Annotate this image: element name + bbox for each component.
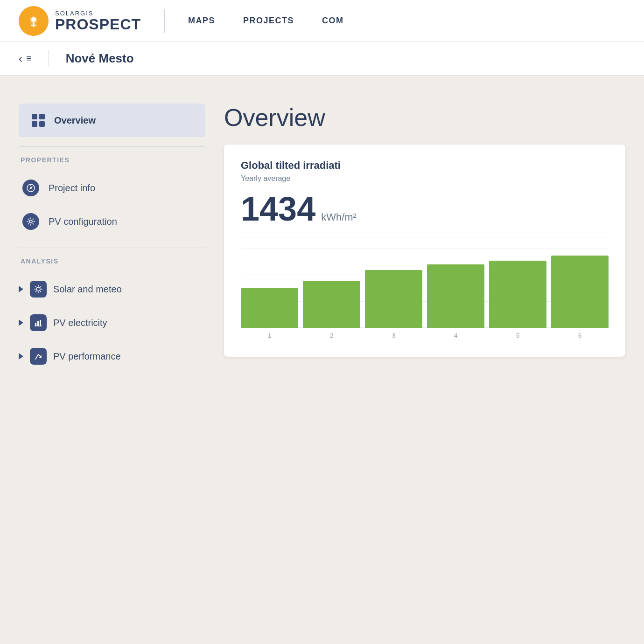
chart-bar-wrapper: 6 xyxy=(551,249,609,328)
nav-items: MAPS PROJECTS COM xyxy=(188,16,344,26)
nav-item-projects[interactable]: PROJECTS xyxy=(243,16,294,26)
nav-item-com[interactable]: COM xyxy=(322,16,344,26)
breadcrumb-separator xyxy=(49,50,49,67)
expand-arrow-icon xyxy=(19,286,23,292)
sidebar-solar-meteo-label: Solar and meteo xyxy=(53,284,122,295)
navbar: SOLARGIS PROSPECT MAPS PROJECTS COM xyxy=(0,0,644,42)
chart-bar-label: 5 xyxy=(516,332,519,339)
card-title: Global tilted irradiati xyxy=(241,159,609,172)
chart-bar-wrapper: 5 xyxy=(489,249,546,328)
overview-grid-icon xyxy=(32,114,45,127)
sidebar-pv-config-label: PV configuration xyxy=(49,216,117,227)
menu-icon: ≡ xyxy=(26,53,32,64)
chart-bar-label: 1 xyxy=(268,332,271,339)
breadcrumb-bar: ‹ ≡ Nové Mesto xyxy=(0,42,644,76)
sidebar-item-solar-meteo[interactable]: Solar and meteo xyxy=(19,272,205,306)
card-unit: kWh/m² xyxy=(321,211,357,223)
page-title: Overview xyxy=(224,104,625,132)
chart-bar xyxy=(427,264,484,328)
chart-bar-label: 2 xyxy=(330,332,333,339)
svg-rect-7 xyxy=(37,321,39,326)
svg-rect-6 xyxy=(35,323,36,326)
sidebar-item-pv-electricity[interactable]: PV electricity xyxy=(19,306,205,339)
sidebar-overview-label: Overview xyxy=(54,115,96,126)
sidebar-divider-1 xyxy=(19,146,205,147)
chart-bar-wrapper: 1 xyxy=(241,249,298,328)
logo-area: SOLARGIS PROSPECT xyxy=(19,6,141,36)
navbar-divider xyxy=(164,9,165,33)
chevron-left-icon: ‹ xyxy=(19,52,22,65)
main-content: Overview PROPERTIES Project info xyxy=(0,85,644,373)
gear-icon xyxy=(22,213,39,230)
sidebar: Overview PROPERTIES Project info xyxy=(19,104,205,373)
sidebar-pv-electricity-label: PV electricity xyxy=(53,318,107,328)
chart-bar xyxy=(551,256,609,328)
breadcrumb-title: Nové Mesto xyxy=(66,51,134,66)
card-number: 1434 xyxy=(241,192,315,226)
sidebar-pv-performance-label: PV performance xyxy=(53,351,121,362)
expand-arrow-icon-3 xyxy=(19,353,23,360)
chart-bar xyxy=(303,281,360,328)
sidebar-properties-section: PROPERTIES xyxy=(19,156,205,164)
expand-arrow-icon-2 xyxy=(19,319,23,326)
main-panel: Overview Global tilted irradiati Yearly … xyxy=(224,104,625,373)
svg-point-4 xyxy=(29,220,32,223)
sidebar-item-overview[interactable]: Overview xyxy=(19,104,205,137)
card-subtitle: Yearly average xyxy=(241,174,609,183)
sidebar-project-info-label: Project info xyxy=(49,183,95,194)
sidebar-item-project-info[interactable]: Project info xyxy=(19,171,205,205)
svg-point-5 xyxy=(36,287,40,291)
logo-icon xyxy=(19,6,49,36)
chart-bar-wrapper: 4 xyxy=(427,249,484,328)
arrow-up-icon xyxy=(30,348,47,365)
chart-bar-label: 6 xyxy=(578,332,581,339)
chart-bar-wrapper: 2 xyxy=(303,249,360,328)
card-divider xyxy=(241,237,609,237)
chart-bar-wrapper: 3 xyxy=(365,249,422,328)
chart-bar xyxy=(365,270,422,328)
chart-bar xyxy=(489,261,546,328)
chart-bar-label: 4 xyxy=(454,332,457,339)
sidebar-analysis-section: ANALYSIS xyxy=(19,257,205,265)
brand-text: SOLARGIS PROSPECT xyxy=(55,10,141,32)
sun-icon xyxy=(30,281,47,298)
sidebar-item-pv-performance[interactable]: PV performance xyxy=(19,339,205,373)
compass-icon xyxy=(22,180,39,196)
sidebar-divider-2 xyxy=(19,248,205,248)
breadcrumb-back[interactable]: ‹ ≡ xyxy=(19,52,32,65)
svg-rect-8 xyxy=(40,320,41,326)
sidebar-item-pv-config[interactable]: PV configuration xyxy=(19,205,205,238)
irradiation-card: Global tilted irradiati Yearly average 1… xyxy=(224,145,625,357)
chart-bar-icon xyxy=(30,314,47,331)
bar-chart: 123456 xyxy=(241,249,609,342)
chart-bar-label: 3 xyxy=(392,332,395,339)
brand-prospect: PROSPECT xyxy=(55,17,141,32)
nav-item-maps[interactable]: MAPS xyxy=(188,16,215,26)
chart-bar xyxy=(241,288,298,328)
card-value: 1434 kWh/m² xyxy=(241,192,609,226)
